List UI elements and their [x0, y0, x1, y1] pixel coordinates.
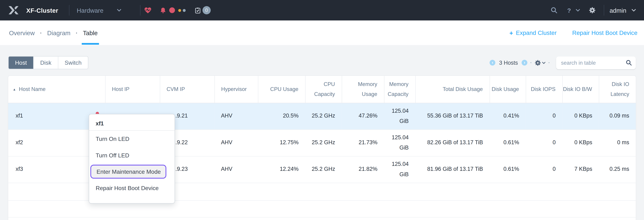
- critical-alert-count-icon[interactable]: [169, 7, 175, 13]
- cell-disk-iops: 0: [526, 156, 562, 183]
- nav-right-cluster: ? admin: [551, 5, 644, 16]
- expand-cluster-link[interactable]: + Expand Cluster: [510, 29, 556, 36]
- nav-divider: [69, 5, 70, 16]
- cell-disk-io-latency: 0 ms: [599, 129, 636, 156]
- column-header-disk-usage[interactable]: Disk Usage: [490, 76, 526, 103]
- menu-item-enter-maintenance-mode[interactable]: Enter Maintenance Mode: [90, 165, 166, 179]
- column-header-memory-usage[interactable]: Memory Usage: [342, 76, 384, 103]
- cell-cpu-capacity: 25.2 GHz: [305, 129, 342, 156]
- repair-host-boot-device-link[interactable]: Repair Host Boot Device: [572, 29, 638, 36]
- column-header-host-ip[interactable]: Host IP: [105, 76, 160, 103]
- table-row-empty: [8, 217, 636, 220]
- cell-disk-io-bw: 0 KBps: [562, 129, 599, 156]
- subnav-bar: Overview · Diagram · Table + Expand Clus…: [0, 20, 644, 45]
- context-menu-title: xf1: [89, 117, 174, 130]
- cell-disk-usage: 0.61%: [490, 156, 526, 183]
- cell-memory-capacity: 125.04 GiB: [384, 103, 415, 129]
- cell-total-disk-usage: 81.96 GiB of 13.17 TiB: [415, 156, 490, 183]
- cell-memory-capacity: 125.04 GiB: [384, 156, 415, 183]
- alerts-bell-icon[interactable]: [160, 7, 166, 13]
- column-header-total-disk-usage[interactable]: Total Disk Usage: [415, 76, 490, 103]
- cell-cpu-capacity: 25.2 GHz: [305, 156, 342, 183]
- chevron-down-icon[interactable]: [117, 9, 121, 11]
- cell-hypervisor: AHV: [214, 103, 258, 129]
- nav-divider: [604, 5, 604, 16]
- tab-switch[interactable]: Switch: [58, 56, 88, 69]
- table-settings-gear-icon[interactable]: [535, 60, 546, 66]
- table-header-row: ▲Host Name Host IP CVM IP Hypervisor CPU…: [8, 76, 636, 103]
- host-count-label: 3 Hosts: [499, 60, 518, 66]
- menu-item-turn-on-led[interactable]: Turn On LED: [89, 131, 174, 147]
- column-header-hypervisor[interactable]: Hypervisor: [214, 76, 258, 103]
- cell-total-disk-usage: 55.36 GiB of 13.17 TiB: [415, 103, 490, 129]
- cell-disk-iops: 0: [526, 103, 562, 129]
- help-icon[interactable]: ?: [567, 7, 571, 14]
- breadcrumb-separator: ·: [76, 30, 78, 36]
- breadcrumb-separator: ·: [40, 30, 42, 36]
- cell-disk-iops: 0: [526, 129, 562, 156]
- column-header-disk-iops[interactable]: Disk IOPS: [526, 76, 562, 103]
- search-icon[interactable]: [626, 60, 632, 65]
- host-context-menu: xf1 Turn On LED Turn Off LED Enter Maint…: [89, 114, 175, 204]
- cell-disk-usage: 0.41%: [490, 103, 526, 129]
- column-header-memory-capacity[interactable]: Memory Capacity: [384, 76, 415, 103]
- cell-disk-usage: 0.61%: [490, 129, 526, 156]
- cell-hypervisor: AHV: [214, 129, 258, 156]
- breadcrumb-table-active[interactable]: Table: [83, 29, 98, 36]
- chevron-down-icon[interactable]: [576, 9, 580, 11]
- column-header-disk-io-latency[interactable]: Disk IO Latency: [599, 76, 636, 103]
- cell-total-disk-usage: 82.26 GiB of 13.17 TiB: [415, 129, 490, 156]
- prev-page-button[interactable]: ‹: [490, 60, 496, 66]
- tab-disk[interactable]: Disk: [33, 56, 58, 69]
- entity-tab-group: Host Disk Switch: [8, 56, 88, 69]
- app-viewport: XF-Cluster Hardware: [0, 0, 644, 220]
- cell-disk-io-bw: 0 KBps: [562, 103, 599, 129]
- tab-host[interactable]: Host: [9, 56, 33, 69]
- tasks-count-badge[interactable]: 0: [202, 6, 210, 14]
- cell-memory-capacity: 125.04 GiB: [384, 129, 415, 156]
- cell-memory-usage: 21.82%: [342, 156, 384, 183]
- cell-disk-io-latency: 0.09 ms: [599, 103, 636, 129]
- table-controls: Host Disk Switch ‹ 3 Hosts › ·: [8, 56, 636, 69]
- search-icon[interactable]: [551, 7, 557, 13]
- top-nav: XF-Cluster Hardware: [0, 0, 644, 20]
- warning-dot-icon[interactable]: [178, 9, 181, 12]
- user-menu[interactable]: admin: [610, 7, 626, 14]
- next-page-button[interactable]: ›: [522, 60, 527, 66]
- menu-item-repair-host-boot-device[interactable]: Repair Host Boot Device: [89, 180, 174, 196]
- settings-gear-icon[interactable]: [589, 7, 596, 13]
- tasks-clipboard-icon[interactable]: [195, 7, 200, 13]
- cell-hypervisor: AHV: [214, 156, 258, 183]
- health-heart-icon[interactable]: [144, 6, 152, 14]
- page-actions: + Expand Cluster Repair Host Boot Device: [510, 29, 638, 36]
- separator-dot: ·: [530, 60, 532, 66]
- cluster-name: XF-Cluster: [26, 7, 58, 14]
- column-header-disk-io-bw[interactable]: Disk IO B/W: [562, 76, 599, 103]
- cell-memory-usage: 47.26%: [342, 103, 384, 129]
- column-header-host-name[interactable]: ▲Host Name: [8, 76, 105, 103]
- cell-disk-io-latency: 0.25 ms: [599, 156, 636, 183]
- breadcrumb-diagram[interactable]: Diagram: [47, 29, 70, 36]
- repair-host-boot-device-label: Repair Host Boot Device: [572, 29, 638, 36]
- breadcrumb: Overview · Diagram · Table: [9, 29, 98, 36]
- nav-menu-hardware[interactable]: Hardware: [77, 7, 103, 14]
- column-header-cpu-usage[interactable]: CPU Usage: [258, 76, 305, 103]
- chevron-down-icon: [542, 62, 545, 64]
- column-header-cpu-capacity[interactable]: CPU Capacity: [305, 76, 342, 103]
- cell-cpu-usage: 12.75%: [258, 129, 305, 156]
- cell-cpu-usage: 20.5%: [258, 103, 305, 129]
- table-search: [556, 56, 636, 69]
- expand-cluster-label: Expand Cluster: [516, 29, 556, 36]
- menu-item-turn-off-led[interactable]: Turn Off LED: [89, 147, 174, 163]
- breadcrumb-overview[interactable]: Overview: [9, 29, 35, 36]
- info-dot-icon[interactable]: [183, 9, 186, 12]
- table-search-input[interactable]: [556, 56, 636, 69]
- column-header-cvm-ip[interactable]: CVM IP: [160, 76, 214, 103]
- nutanix-x-logo-icon[interactable]: [8, 5, 19, 16]
- chevron-down-icon[interactable]: [632, 9, 636, 11]
- cell-cpu-capacity: 25.2 GHz: [305, 103, 342, 129]
- cell-cpu-usage: 12.24%: [258, 156, 305, 183]
- separator-dot: ·: [548, 60, 550, 66]
- plus-icon: +: [510, 29, 513, 36]
- nav-divider: [140, 5, 140, 16]
